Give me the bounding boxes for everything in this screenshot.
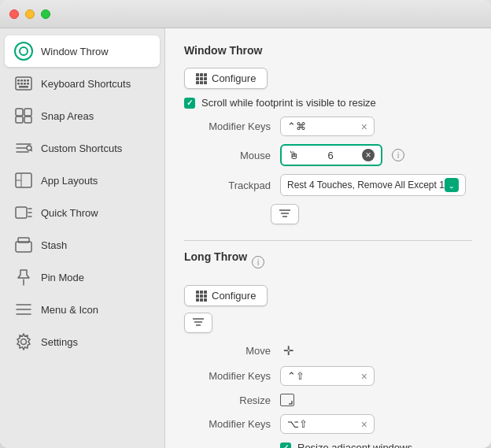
long-throw-section: Long Throw i Configure xyxy=(184,250,472,448)
move-icon: ✛ xyxy=(280,342,296,358)
trackpad-row: Trackpad Rest 4 Touches, Remove All Exce… xyxy=(184,174,472,196)
window-throw-title: Window Throw xyxy=(184,44,472,57)
sidebar-item-label: App Layouts xyxy=(41,175,98,187)
svg-point-32 xyxy=(21,339,27,345)
svg-line-18 xyxy=(31,150,32,151)
move-modifier-clear[interactable]: × xyxy=(361,371,367,382)
sidebar-item-quick-throw[interactable]: Quick Throw xyxy=(5,197,160,228)
move-modifier-field[interactable]: ⌃⇧ × xyxy=(280,366,375,386)
long-throw-title-row: Long Throw i xyxy=(184,250,472,274)
resize-modifier-clear[interactable]: × xyxy=(361,419,367,430)
grid-icon xyxy=(196,73,207,84)
svg-rect-8 xyxy=(27,83,29,85)
sidebar-item-pin-mode[interactable]: Pin Mode xyxy=(5,261,160,293)
snap-areas-icon xyxy=(14,106,33,125)
scroll-checkbox[interactable] xyxy=(184,98,195,109)
configure-button[interactable]: Configure xyxy=(184,68,268,89)
trackpad-label: Trackpad xyxy=(184,180,271,191)
svg-rect-11 xyxy=(24,109,31,116)
long-throw-filter-button[interactable] xyxy=(184,313,212,333)
window-throw-section: Window Throw Configure Scroll while foot… xyxy=(184,44,472,224)
long-throw-configure-button[interactable]: Configure xyxy=(184,285,268,306)
sidebar-item-app-layouts[interactable]: App Layouts xyxy=(5,165,160,196)
info-icon[interactable]: i xyxy=(392,149,404,161)
window-throw-filter-button[interactable] xyxy=(271,204,299,224)
resize-modifier-field[interactable]: ⌥⇧ × xyxy=(280,414,375,434)
mouse-icon: 🖱 xyxy=(288,149,299,161)
mouse-value: 6 xyxy=(299,150,362,161)
svg-rect-3 xyxy=(24,80,26,82)
sidebar-item-snap-areas[interactable]: Snap Areas xyxy=(5,100,160,131)
sidebar-item-label: Quick Throw xyxy=(41,207,98,219)
pin-icon xyxy=(14,268,33,287)
move-modifier-value: ⌃⇧ xyxy=(287,370,305,382)
sidebar-item-custom-shortcuts[interactable]: Custom Shortcuts xyxy=(5,132,160,164)
resize-adjacent-row[interactable]: Resize adjacent windows xyxy=(280,442,472,448)
resize-label: Resize xyxy=(184,394,271,406)
sidebar-item-stash[interactable]: Stash xyxy=(5,229,160,261)
move-row: Move ✛ xyxy=(184,342,472,358)
move-label: Move xyxy=(184,345,271,357)
minimize-button[interactable] xyxy=(25,9,35,19)
close-button[interactable] xyxy=(9,9,19,19)
trackpad-select[interactable]: Rest 4 Touches, Remove All Except 1 xyxy=(280,174,466,196)
long-throw-title: Long Throw xyxy=(184,250,247,263)
long-throw-info-icon[interactable]: i xyxy=(252,256,264,268)
resize-modifier-value: ⌥⇧ xyxy=(287,418,308,430)
svg-rect-13 xyxy=(24,117,31,123)
sidebar-item-settings[interactable]: Settings xyxy=(5,326,160,357)
svg-rect-4 xyxy=(27,80,29,82)
sidebar-item-label: Snap Areas xyxy=(41,110,94,122)
scroll-checkbox-label: Scroll while footprint is visible to res… xyxy=(201,97,376,109)
mouse-row: Mouse 🖱 6 i xyxy=(184,144,472,166)
content-area: Window Throw Configure Scroll while foot… xyxy=(165,28,491,448)
svg-rect-26 xyxy=(16,242,31,252)
modifier-keys-label: Modifier Keys xyxy=(184,120,271,132)
move-modifier-keys-row: Modifier Keys ⌃⇧ × xyxy=(184,366,472,386)
section-divider xyxy=(184,240,472,241)
sidebar-item-menu-icon[interactable]: Menu & Icon xyxy=(5,294,160,325)
stash-icon xyxy=(14,235,33,254)
svg-rect-10 xyxy=(16,109,23,116)
modifier-keys-value: ⌃⌘ xyxy=(287,120,306,132)
move-modifier-label: Modifier Keys xyxy=(184,370,271,382)
svg-rect-7 xyxy=(24,83,26,85)
scroll-checkbox-row[interactable]: Scroll while footprint is visible to res… xyxy=(184,97,472,109)
sidebar-item-label: Pin Mode xyxy=(41,272,84,283)
keyboard-icon xyxy=(14,74,33,93)
sidebar-item-keyboard-shortcuts[interactable]: Keyboard Shortcuts xyxy=(5,68,160,99)
svg-rect-2 xyxy=(20,80,23,82)
app-window: Window Throw xyxy=(0,0,491,448)
resize-modifier-label: Modifier Keys xyxy=(184,418,271,430)
trackpad-value: Rest 4 Touches, Remove All Except 1 xyxy=(287,180,445,191)
modifier-keys-field[interactable]: ⌃⌘ × xyxy=(280,117,375,136)
resize-adjacent-checkbox[interactable] xyxy=(280,442,291,449)
app-layouts-icon xyxy=(14,171,33,190)
svg-rect-9 xyxy=(19,86,28,88)
sidebar-item-label: Menu & Icon xyxy=(41,304,98,316)
modifier-keys-clear[interactable]: × xyxy=(361,121,367,132)
sidebar-item-label: Keyboard Shortcuts xyxy=(41,78,131,90)
modifier-keys-row: Modifier Keys ⌃⌘ × xyxy=(184,117,472,136)
sidebar-item-label: Stash xyxy=(41,239,67,251)
svg-rect-5 xyxy=(17,83,20,85)
settings-icon xyxy=(14,332,33,351)
custom-shortcuts-icon xyxy=(14,139,33,157)
maximize-button[interactable] xyxy=(41,9,50,19)
svg-rect-22 xyxy=(16,207,27,218)
sidebar-item-label: Window Throw xyxy=(41,46,109,57)
resize-modifier-keys-row: Modifier Keys ⌥⇧ × xyxy=(184,414,472,434)
mouse-field[interactable]: 🖱 6 xyxy=(280,144,382,166)
sidebar-item-window-throw[interactable]: Window Throw xyxy=(5,35,160,67)
svg-rect-1 xyxy=(17,80,20,82)
resize-row: Resize xyxy=(184,394,472,406)
long-throw-grid-icon xyxy=(196,291,207,302)
svg-rect-12 xyxy=(16,117,23,123)
resize-icon xyxy=(280,394,294,406)
quick-throw-icon xyxy=(14,203,33,222)
main-content: Window Throw xyxy=(0,28,491,448)
menu-icon xyxy=(14,300,33,319)
svg-rect-6 xyxy=(20,83,23,85)
mouse-clear-button[interactable] xyxy=(362,149,375,161)
sidebar-item-label: Custom Shortcuts xyxy=(41,143,122,154)
